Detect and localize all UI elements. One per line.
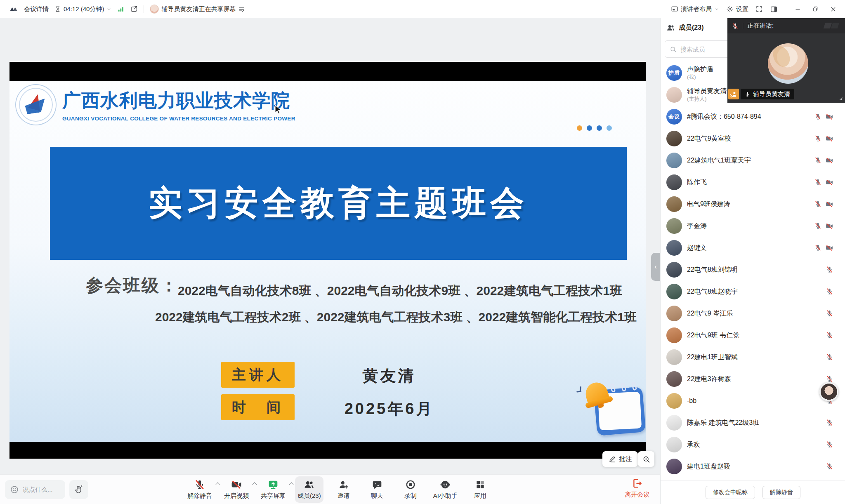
member-row[interactable]: 22电气8班赵晓宇 bbox=[661, 280, 845, 302]
camera-muted-icon[interactable] bbox=[826, 135, 833, 142]
camera-muted-icon[interactable] bbox=[826, 222, 833, 230]
members-panel-footer: 修改会中昵称 解除静音 bbox=[661, 480, 845, 504]
mic-muted-icon[interactable] bbox=[814, 200, 821, 207]
share-options-chevron[interactable] bbox=[289, 482, 293, 487]
member-row[interactable]: 22电气9 岑江乐 bbox=[661, 302, 845, 324]
member-row[interactable]: 建电1班盘赵毅 bbox=[661, 455, 845, 477]
raise-hand-button[interactable] bbox=[69, 480, 88, 499]
mic-muted-icon[interactable] bbox=[826, 375, 833, 382]
member-avatar: 会议 bbox=[666, 109, 682, 125]
speaker-name: 辅导员黄友清 bbox=[753, 90, 790, 98]
mic-muted-icon[interactable] bbox=[826, 266, 833, 273]
slide-pagination-dots bbox=[577, 125, 612, 131]
share-screen-button[interactable]: 共享屏幕 bbox=[258, 476, 288, 503]
title-bar: 会议详情 04:12 (40分钟) 辅导员黄友清正在共享屏幕 演讲者布局 bbox=[0, 0, 845, 18]
mic-muted-icon[interactable] bbox=[826, 310, 833, 317]
settings-button[interactable]: 设置 bbox=[726, 5, 748, 13]
meeting-details-button[interactable]: 会议详情 bbox=[24, 5, 49, 13]
members-button[interactable]: 成员(23) bbox=[295, 476, 323, 503]
member-row[interactable]: 承欢 bbox=[661, 433, 845, 455]
shared-screen-content: 广西水利电力职业技术学院 GUANGXI VOCATIONAL COLLEGE … bbox=[9, 62, 646, 459]
member-avatar bbox=[666, 327, 682, 343]
speaker-label-box: 主讲人 bbox=[221, 362, 295, 388]
voov-meeting-logo-icon bbox=[9, 5, 18, 14]
fullscreen-icon[interactable] bbox=[755, 5, 763, 13]
zoom-in-button[interactable] bbox=[638, 451, 654, 467]
camera-muted-icon[interactable] bbox=[826, 157, 833, 164]
member-row[interactable]: 22电气9黄室校 bbox=[661, 127, 845, 149]
mic-muted-icon[interactable] bbox=[826, 463, 833, 470]
mic-muted-icon[interactable] bbox=[814, 113, 821, 120]
speaker-video-panel[interactable]: 正在讲话: 辅导员黄友清 bbox=[727, 18, 845, 103]
apps-button[interactable]: 应用 bbox=[467, 476, 493, 503]
member-row[interactable]: 赵键文 bbox=[661, 237, 845, 259]
mic-muted-icon[interactable] bbox=[826, 353, 833, 360]
collapse-sidebar-handle[interactable]: ‹ bbox=[651, 253, 660, 281]
mic-muted-icon bbox=[194, 479, 205, 490]
member-row[interactable]: 陈嘉乐 建筑电气22级3班 bbox=[661, 412, 845, 433]
ai-assistant-button[interactable]: AI小助手 bbox=[431, 476, 460, 503]
member-row[interactable]: 会议 #腾讯会议：650-874-894 bbox=[661, 106, 845, 127]
member-row[interactable]: 22建筑电气1班覃天宇 bbox=[661, 149, 845, 171]
leave-meeting-button[interactable]: 离开会议 bbox=[625, 478, 649, 499]
member-avatar bbox=[666, 349, 682, 365]
smiley-icon[interactable] bbox=[10, 485, 19, 494]
unmute-button[interactable]: 解除静音 bbox=[185, 476, 215, 503]
rename-button[interactable]: 修改会中昵称 bbox=[706, 486, 755, 499]
resize-handle[interactable] bbox=[836, 94, 843, 101]
camera-muted-icon[interactable] bbox=[826, 179, 833, 186]
meeting-timer[interactable]: 04:12 (40分钟) bbox=[54, 5, 111, 13]
speaker-name: 黄友清 bbox=[323, 365, 455, 386]
member-row[interactable]: -bb bbox=[661, 390, 845, 412]
video-options-chevron[interactable] bbox=[252, 482, 257, 487]
toggle-sidebar-icon[interactable] bbox=[770, 5, 778, 13]
annotate-button[interactable]: 批注 bbox=[602, 451, 638, 467]
quick-chat-input[interactable]: 说点什么... bbox=[5, 480, 65, 499]
camera-muted-icon[interactable] bbox=[826, 244, 833, 252]
member-avatar bbox=[666, 437, 682, 452]
speaker-video: 辅导员黄友清 bbox=[727, 33, 845, 103]
network-signal-icon[interactable] bbox=[117, 5, 125, 13]
minimize-button[interactable] bbox=[792, 4, 803, 14]
member-avatar bbox=[666, 459, 682, 474]
mic-muted-icon[interactable] bbox=[826, 441, 833, 448]
camera-muted-icon bbox=[231, 479, 242, 490]
member-row[interactable]: 22建电1班卫智斌 bbox=[661, 346, 845, 368]
sharing-status-text: 辅导员黄友清正在共享屏幕 bbox=[161, 5, 236, 13]
mic-muted-icon[interactable] bbox=[814, 244, 821, 251]
sharing-status-chip[interactable]: 辅导员黄友清正在共享屏幕 bbox=[150, 5, 245, 14]
mic-muted-icon[interactable] bbox=[826, 288, 833, 295]
floating-member-video-bubble[interactable] bbox=[819, 382, 838, 401]
close-button[interactable] bbox=[828, 4, 838, 14]
member-list: 护盾 声隐护盾(我) 辅导员黄友清(主持人) 会议 #腾讯会议：650-874-… bbox=[661, 62, 845, 479]
member-avatar bbox=[666, 306, 682, 321]
invite-button[interactable]: 邀请 bbox=[330, 476, 357, 503]
mic-muted-icon[interactable] bbox=[814, 157, 821, 164]
chat-button[interactable]: 聊天 bbox=[364, 476, 390, 503]
member-row[interactable]: 李金涛 bbox=[661, 215, 845, 237]
mic-muted-icon[interactable] bbox=[814, 135, 821, 142]
mic-muted-icon[interactable] bbox=[826, 419, 833, 426]
camera-muted-icon[interactable] bbox=[826, 113, 833, 120]
record-button[interactable]: 录制 bbox=[397, 476, 424, 503]
attendees-line1: 2022电气自动化技术8班 、2022电气自动化技术9班 、2022建筑电气工程… bbox=[178, 283, 622, 299]
mic-muted-icon[interactable] bbox=[826, 332, 833, 339]
annotate-label: 批注 bbox=[619, 455, 632, 464]
meeting-toolbar: 说点什么... 解除静音 开启视频 共享屏幕 bbox=[0, 474, 660, 504]
mic-muted-icon[interactable] bbox=[814, 179, 821, 186]
start-video-button[interactable]: 开启视频 bbox=[222, 476, 251, 503]
open-in-window-icon[interactable] bbox=[130, 5, 138, 13]
sharing-options-icon[interactable] bbox=[238, 6, 245, 13]
unmute-self-button[interactable]: 解除静音 bbox=[762, 486, 800, 499]
member-row[interactable]: 陈作飞 bbox=[661, 171, 845, 193]
layout-switcher[interactable]: 演讲者布局 bbox=[671, 5, 719, 13]
member-row[interactable]: 电气9班侯建涛 bbox=[661, 193, 845, 215]
camera-muted-icon[interactable] bbox=[826, 200, 833, 208]
mic-options-chevron[interactable] bbox=[215, 482, 220, 487]
member-row[interactable]: 22电气8班刘锦明 bbox=[661, 259, 845, 280]
mic-muted-icon[interactable] bbox=[814, 222, 821, 229]
maximize-restore-button[interactable] bbox=[810, 4, 821, 14]
member-row[interactable]: 22建电3许树森 bbox=[661, 368, 845, 390]
slide-title: 实习安全教育主题班会 bbox=[149, 181, 528, 226]
member-row[interactable]: 22电气9班 韦仁党 bbox=[661, 324, 845, 346]
